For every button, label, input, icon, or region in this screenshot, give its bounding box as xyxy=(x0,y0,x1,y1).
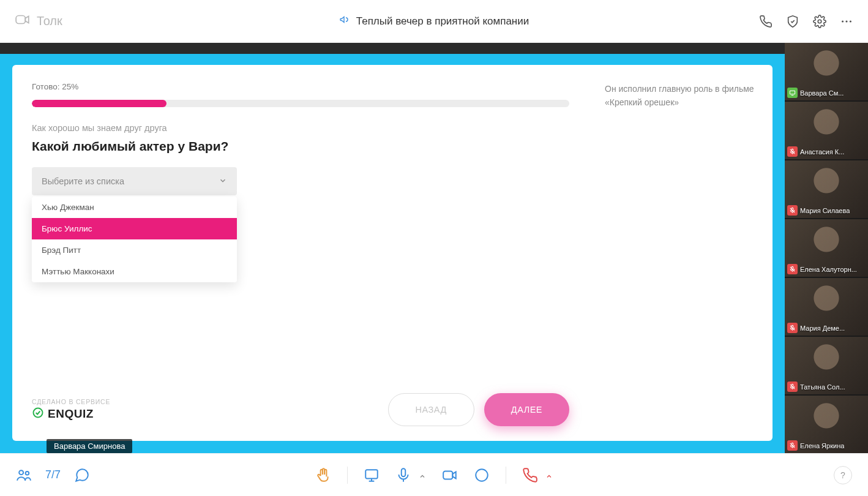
app-brand: Толк xyxy=(15,12,62,31)
svg-point-19 xyxy=(19,470,23,475)
participant-tile[interactable]: Анастасия К... xyxy=(785,102,868,159)
participants-strip: Варвара См...Анастасия К...Мария Силаева… xyxy=(785,43,868,453)
quiz-subtitle: Как хорошо мы знаем друг друга xyxy=(32,123,569,133)
shield-icon[interactable] xyxy=(786,15,799,28)
dropdown-option[interactable]: Мэттью Макконахи xyxy=(32,261,237,282)
chat-button[interactable] xyxy=(74,467,90,483)
quiz-footer: СДЕЛАНО В СЕРВИСЕ ENQUIZ НАЗАД ДАЛЕЕ xyxy=(32,393,569,426)
camera-button[interactable] xyxy=(442,467,458,483)
participants-button[interactable] xyxy=(16,467,32,483)
mic-muted-icon xyxy=(787,323,798,333)
svg-rect-0 xyxy=(16,16,25,24)
quiz-brand: СДЕЛАНО В СЕРВИСЕ ENQUIZ xyxy=(32,398,110,422)
brand-name: ENQUIZ xyxy=(48,407,94,421)
mic-muted-icon xyxy=(787,381,798,392)
progress-bar xyxy=(32,100,569,107)
mic-options-chevron[interactable] xyxy=(419,472,426,479)
check-circle-icon xyxy=(32,407,44,422)
select-dropdown: Хью ДжекманБрюс УиллисБрэд ПиттМэттью Ма… xyxy=(32,197,237,282)
leave-options-chevron[interactable] xyxy=(545,472,553,479)
mic-muted-icon xyxy=(787,440,798,451)
participant-tile[interactable]: Елена Халуторн... xyxy=(785,219,868,277)
megaphone-icon xyxy=(339,14,350,28)
next-button[interactable]: ДАЛЕЕ xyxy=(484,393,569,426)
presenter-label: Варвара Смирнова xyxy=(47,439,132,453)
mic-muted-icon xyxy=(787,146,798,157)
settings-button[interactable] xyxy=(813,15,826,28)
dropdown-option[interactable]: Брэд Питт xyxy=(32,239,237,261)
quiz-question: Какой любимый актер у Вари? xyxy=(32,139,569,154)
record-button[interactable] xyxy=(474,467,490,483)
progress-label: Готово: 25% xyxy=(32,82,569,91)
dropdown-option[interactable]: Брюс Уиллис xyxy=(32,218,237,239)
select-placeholder: Выберите из списка xyxy=(42,176,124,186)
main-area: Готово: 25% Как хорошо мы знаем друг дру… xyxy=(0,43,868,453)
participant-tile[interactable]: Мария Деме... xyxy=(785,278,868,336)
toolbar-center xyxy=(315,467,553,484)
select-button[interactable]: Выберите из списка xyxy=(32,167,237,195)
microphone-button[interactable] xyxy=(395,467,411,483)
participant-name: Анастасия К... xyxy=(800,148,844,156)
camera-logo-icon xyxy=(15,12,31,31)
svg-point-20 xyxy=(26,471,29,475)
leave-call-button[interactable] xyxy=(522,467,538,483)
svg-rect-22 xyxy=(402,468,406,476)
dropdown-option[interactable]: Хью Джекман xyxy=(32,197,237,218)
quiz-card: Готово: 25% Как хорошо мы знаем друг дру… xyxy=(12,65,773,441)
topbar-actions xyxy=(759,15,853,28)
participant-tile[interactable]: Татьяна Сол... xyxy=(785,337,868,394)
call-in-button[interactable] xyxy=(759,15,773,28)
participant-name: Мария Деме... xyxy=(800,325,845,332)
mic-muted-icon xyxy=(787,205,798,216)
participant-name: Елена Халуторн... xyxy=(800,266,857,273)
participant-name: Татьяна Сол... xyxy=(800,383,845,391)
shared-screen: Готово: 25% Как хорошо мы знаем друг дру… xyxy=(0,43,785,453)
raise-hand-button[interactable] xyxy=(315,467,331,483)
toolbar-left: 7/7 xyxy=(16,467,90,483)
participant-tile[interactable]: Мария Силаева xyxy=(785,160,868,218)
top-bar: Толк Теплый вечер в приятной компании xyxy=(0,0,868,43)
svg-rect-23 xyxy=(443,471,452,479)
app-name: Толк xyxy=(37,14,62,28)
sharing-indicator-icon xyxy=(787,88,798,98)
svg-point-4 xyxy=(850,20,851,22)
back-button[interactable]: НАЗАД xyxy=(388,393,474,426)
meeting-title-text: Теплый вечер в приятной компании xyxy=(356,15,529,28)
participant-name: Варвара См... xyxy=(800,89,844,97)
participant-tile[interactable]: Варвара См... xyxy=(785,43,868,100)
svg-point-2 xyxy=(842,20,844,22)
share-screen-button[interactable] xyxy=(364,467,380,483)
answer-select: Выберите из списка Хью ДжекманБрюс Уилли… xyxy=(32,167,237,195)
svg-rect-6 xyxy=(790,91,795,94)
participant-count: 7/7 xyxy=(45,468,61,481)
more-button[interactable] xyxy=(840,15,853,28)
mic-muted-icon xyxy=(787,264,798,274)
progress-fill xyxy=(32,100,166,107)
chevron-down-icon xyxy=(219,176,227,187)
svg-rect-21 xyxy=(365,470,378,478)
participant-tile[interactable]: Елена Яркина xyxy=(785,396,868,453)
svg-point-1 xyxy=(818,20,821,23)
participant-name: Елена Яркина xyxy=(800,442,844,449)
svg-point-24 xyxy=(476,469,488,481)
help-button[interactable]: ? xyxy=(834,466,852,484)
brand-note: СДЕЛАНО В СЕРВИСЕ xyxy=(32,398,110,405)
participant-name: Мария Силаева xyxy=(800,207,850,214)
meeting-title: Теплый вечер в приятной компании xyxy=(339,14,529,28)
bottom-toolbar: 7/7 ? xyxy=(0,453,868,496)
quiz-hint: Он исполнил главную роль в фильме «Крепк… xyxy=(589,65,773,441)
svg-point-3 xyxy=(845,20,847,22)
